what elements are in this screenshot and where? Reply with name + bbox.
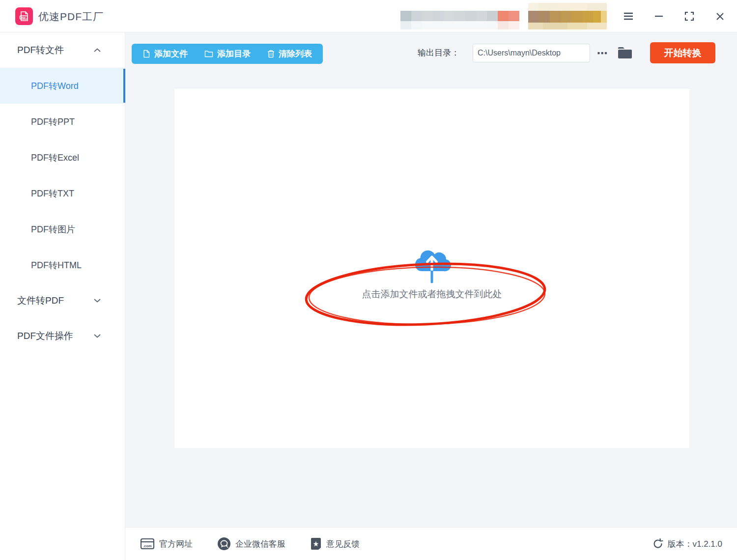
chevron-down-icon <box>93 334 101 338</box>
wechat-support-link[interactable]: 企业微信客服 <box>217 537 285 551</box>
sidebar-item-pdf-to-image[interactable]: PDF转图片 <box>0 211 125 247</box>
sidebar-item-pdf-to-word[interactable]: PDF转Word <box>0 68 125 104</box>
output-dir-label: 输出目录： <box>418 47 459 58</box>
feedback-icon <box>310 537 322 551</box>
close-icon <box>715 12 725 21</box>
close-button[interactable] <box>711 8 728 25</box>
add-folder-button[interactable]: 添加目录 <box>204 48 251 59</box>
censored-region-2 <box>528 3 607 29</box>
file-icon <box>142 50 150 58</box>
browse-dots-button[interactable]: ⋯ <box>595 44 610 63</box>
sidebar-item-label: PDF转HTML <box>31 259 82 271</box>
add-folder-label: 添加目录 <box>217 48 251 59</box>
sidebar-item-pdf-to-excel[interactable]: PDF转Excel <box>0 140 125 175</box>
sidebar-item-label: PDF转TXT <box>31 188 74 199</box>
sidebar-section-pdf-to-file[interactable]: PDF转文件 <box>0 32 125 68</box>
clear-list-button[interactable]: 清除列表 <box>267 48 312 59</box>
sidebar-section-pdf-operations[interactable]: PDF文件操作 <box>0 318 125 354</box>
official-site-label: 官方网址 <box>159 538 193 550</box>
sidebar-item-pdf-to-html[interactable]: PDF转HTML <box>0 247 125 283</box>
menu-button[interactable] <box>620 8 637 25</box>
version-label: 版本：v1.2.1.0 <box>668 538 723 550</box>
official-site-link[interactable]: .com 官方网址 <box>140 538 193 550</box>
section-label: 文件转PDF <box>17 294 64 307</box>
feedback-link[interactable]: 意见反馈 <box>310 537 360 551</box>
output-dir-input[interactable] <box>473 44 590 62</box>
add-file-label: 添加文件 <box>154 48 188 59</box>
maximize-button[interactable] <box>681 8 698 25</box>
chevron-up-icon <box>93 48 101 53</box>
add-file-button[interactable]: 添加文件 <box>142 48 188 59</box>
feedback-label: 意见反馈 <box>326 538 360 550</box>
start-convert-button[interactable]: 开始转换 <box>650 42 715 63</box>
title-bar: PDF 优速PDF工厂 <box>0 0 737 32</box>
sidebar-section-file-to-pdf[interactable]: 文件转PDF <box>0 283 125 318</box>
file-actions-toolbar: 添加文件 添加目录 清除列表 <box>132 44 323 64</box>
app-title: 优速PDF工厂 <box>38 10 104 24</box>
app-window: PDF 优速PDF工厂 <box>0 0 737 560</box>
svg-text:.com: .com <box>143 544 152 548</box>
upload-cloud-icon <box>410 243 454 286</box>
censored-region-1 <box>400 11 519 29</box>
clear-list-label: 清除列表 <box>279 48 312 59</box>
minimize-icon <box>654 12 664 21</box>
footer-links: .com 官方网址 企业微信客服 意见反馈 <box>140 537 360 551</box>
open-folder-icon <box>617 46 633 59</box>
website-icon: .com <box>140 538 155 550</box>
maximize-icon <box>684 11 694 21</box>
sidebar: PDF转文件 PDF转Word PDF转PPT PDF转Excel PDF转TX… <box>0 32 125 560</box>
app-logo-icon: PDF <box>15 7 33 25</box>
footer-bar: .com 官方网址 企业微信客服 意见反馈 <box>125 527 737 560</box>
chevron-down-icon <box>93 298 101 303</box>
minimize-button[interactable] <box>651 8 667 25</box>
sidebar-item-label: PDF转图片 <box>31 224 75 235</box>
version-indicator[interactable]: 版本：v1.2.1.0 <box>652 538 723 550</box>
update-refresh-icon <box>652 538 663 549</box>
drop-zone-hint: 点击添加文件或者拖拽文件到此处 <box>174 288 689 301</box>
folder-icon <box>204 50 213 57</box>
hamburger-icon <box>623 12 634 21</box>
file-drop-zone[interactable]: 点击添加文件或者拖拽文件到此处 <box>174 89 689 448</box>
wechat-support-label: 企业微信客服 <box>235 538 285 550</box>
sidebar-item-pdf-to-ppt[interactable]: PDF转PPT <box>0 104 125 140</box>
section-label: PDF转文件 <box>17 44 64 56</box>
sidebar-item-label: PDF转Word <box>31 80 79 92</box>
wechat-work-icon <box>217 537 231 551</box>
svg-text:PDF: PDF <box>21 17 26 19</box>
open-folder-button[interactable] <box>617 46 633 61</box>
trash-icon <box>267 50 275 58</box>
sidebar-item-label: PDF转Excel <box>31 152 79 164</box>
window-controls <box>620 0 728 32</box>
sidebar-item-label: PDF转PPT <box>31 116 75 128</box>
section-label: PDF文件操作 <box>17 330 73 342</box>
sidebar-item-pdf-to-txt[interactable]: PDF转TXT <box>0 175 125 211</box>
sidebar-item-list: PDF转Word PDF转PPT PDF转Excel PDF转TXT PDF转图… <box>0 68 125 283</box>
